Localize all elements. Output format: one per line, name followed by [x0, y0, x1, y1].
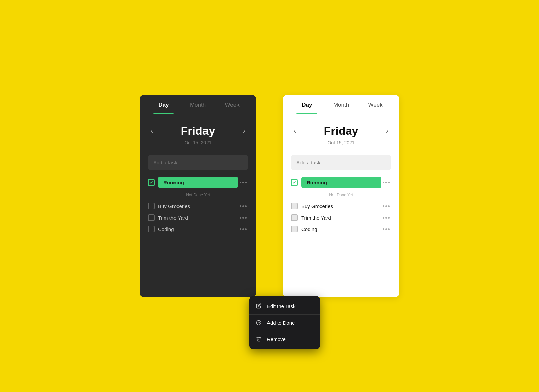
- light-next-arrow[interactable]: ›: [383, 125, 391, 137]
- check-circle-icon: [255, 319, 262, 326]
- light-card-body: ‹ Friday › Oct 15, 2021 ✓ Running Not: [283, 114, 399, 245]
- light-nav-row: ‹ Friday ›: [291, 124, 391, 137]
- light-task-1: Trim the Yard: [291, 214, 391, 221]
- tab-day-dark[interactable]: Day: [147, 95, 181, 114]
- light-task-2-label: Coding: [301, 226, 317, 232]
- light-date-subtitle: Oct 15, 2021: [291, 140, 391, 145]
- light-task-0-dots[interactable]: [381, 204, 391, 208]
- dark-task-1-dots[interactable]: [238, 216, 248, 220]
- dot-2: [242, 182, 244, 183]
- dark-task-0-checkbox[interactable]: [148, 203, 155, 209]
- dark-task-0: Buy Groceries: [148, 203, 248, 209]
- context-edit[interactable]: Edit the Task: [249, 298, 320, 314]
- tab-week-dark[interactable]: Week: [215, 95, 249, 114]
- checkmark-icon: ✓: [150, 180, 153, 185]
- light-task-1-dots[interactable]: [381, 216, 391, 220]
- dark-done-task: ✓ Running: [148, 177, 248, 188]
- dark-tab-bar: Day Month Week: [140, 95, 256, 114]
- light-divider-line-left: [291, 195, 326, 195]
- dark-next-arrow[interactable]: ›: [240, 125, 248, 137]
- light-task-0-checkbox[interactable]: [291, 203, 298, 209]
- light-done-checkbox[interactable]: ✓: [291, 179, 298, 186]
- light-task-1-label: Trim the Yard: [301, 215, 331, 221]
- light-task-0-label: Buy Groceries: [301, 203, 333, 209]
- dark-add-task-input[interactable]: [148, 155, 248, 170]
- context-edit-label: Edit the Task: [267, 303, 296, 309]
- light-task-2: Coding: [291, 226, 391, 232]
- context-remove[interactable]: Remove: [249, 331, 320, 347]
- dark-task-2-dots[interactable]: [238, 227, 248, 231]
- dark-divider: Not Done Yet: [148, 193, 248, 197]
- dark-nav-row: ‹ Friday ›: [148, 124, 248, 137]
- dot-1: [240, 182, 241, 183]
- light-task-0: Buy Groceries: [291, 203, 391, 209]
- dark-task-1-label: Trim the Yard: [158, 215, 188, 221]
- context-remove-label: Remove: [267, 336, 286, 342]
- dark-running-dots[interactable]: [238, 180, 248, 185]
- dark-task-2-label: Coding: [158, 226, 174, 232]
- light-prev-arrow[interactable]: ‹: [291, 125, 299, 137]
- context-menu: Edit the Task Add to Done: [249, 296, 320, 349]
- light-task-2-dots[interactable]: [381, 227, 391, 231]
- pencil-icon: [255, 303, 262, 309]
- tab-month-dark[interactable]: Month: [181, 95, 215, 114]
- dark-running-label: Running: [158, 177, 238, 188]
- dark-date-subtitle: Oct 15, 2021: [148, 140, 248, 145]
- dark-task-1: Trim the Yard: [148, 214, 248, 221]
- dark-task-1-checkbox[interactable]: [148, 214, 155, 221]
- dark-done-task-left: ✓ Running: [148, 177, 238, 188]
- light-divider: Not Done Yet: [291, 193, 391, 197]
- tab-day-light[interactable]: Day: [290, 95, 324, 114]
- dark-divider-line-right: [213, 195, 248, 195]
- tab-month-light[interactable]: Month: [324, 95, 358, 114]
- light-divider-label: Not Done Yet: [329, 193, 353, 197]
- dark-task-0-dots[interactable]: [238, 204, 248, 208]
- dark-task-0-label: Buy Groceries: [158, 203, 190, 209]
- light-day-title: Friday: [324, 124, 358, 137]
- dark-prev-arrow[interactable]: ‹: [148, 125, 156, 137]
- light-running-dots[interactable]: [381, 180, 391, 185]
- tab-week-light[interactable]: Week: [358, 95, 392, 114]
- light-tab-bar: Day Month Week: [283, 95, 399, 114]
- dark-done-checkbox[interactable]: ✓: [148, 179, 155, 186]
- dark-task-2-checkbox[interactable]: [148, 226, 155, 232]
- trash-icon: [255, 336, 262, 342]
- context-add-done[interactable]: Add to Done: [249, 315, 320, 331]
- dark-divider-line-left: [148, 195, 183, 195]
- dark-card-body: ‹ Friday › Oct 15, 2021 ✓ Running: [140, 114, 256, 245]
- light-add-task-input[interactable]: [291, 155, 391, 170]
- light-task-1-checkbox[interactable]: [291, 214, 298, 221]
- light-divider-line-right: [356, 195, 391, 195]
- light-card: Day Month Week ‹ Friday › Oct 15, 2021 ✓…: [283, 95, 399, 297]
- light-running-label: Running: [301, 177, 381, 188]
- dot-3: [245, 182, 247, 183]
- checkmark-light-icon: ✓: [293, 180, 296, 185]
- dark-divider-label: Not Done Yet: [186, 193, 210, 197]
- dark-task-2: Coding: [148, 226, 248, 232]
- dark-card: Day Month Week ‹ Friday › Oct 15, 2021 ✓…: [140, 95, 256, 297]
- light-done-task: ✓ Running: [291, 177, 391, 188]
- context-add-done-label: Add to Done: [267, 320, 295, 326]
- light-task-2-checkbox[interactable]: [291, 226, 298, 232]
- dark-day-title: Friday: [181, 124, 215, 137]
